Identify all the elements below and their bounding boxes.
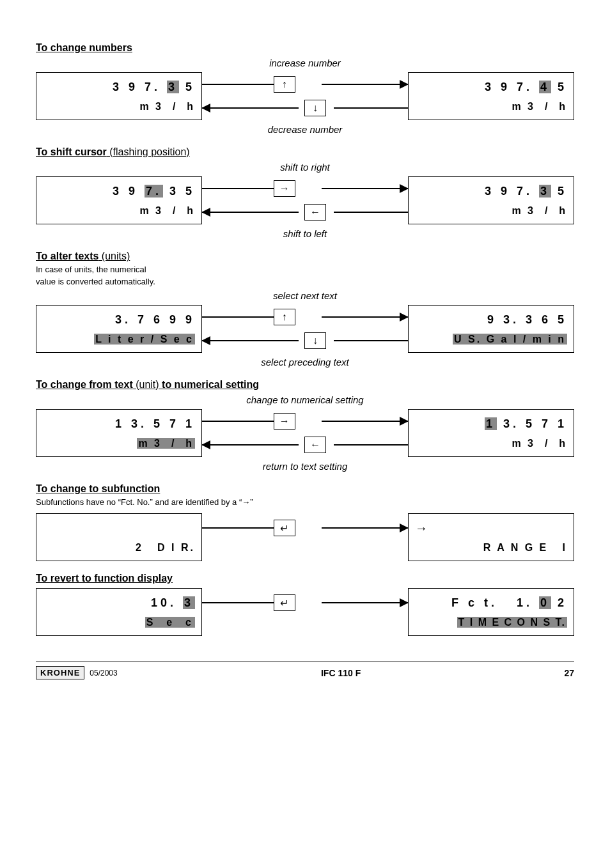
caption-next-text: select next text [36, 290, 574, 301]
brand-logo: KROHNE [36, 666, 84, 679]
heading-alter-texts: To alter texts (units) [36, 251, 574, 262]
display-left: 2 D I R. [36, 513, 202, 561]
txt: 2 [551, 596, 567, 609]
display-right: → R A N G E I [408, 513, 574, 561]
arrow-top: ↑ [202, 307, 408, 327]
arrowhead-right-icon [400, 184, 409, 193]
arrow-top: ↵ [202, 518, 408, 538]
footer-date: 05/2003 [90, 669, 117, 678]
enter-key[interactable]: ↵ [274, 520, 295, 536]
up-key[interactable]: ↑ [274, 76, 295, 93]
arrowhead-left-icon [201, 440, 210, 449]
down-key[interactable]: ↓ [304, 332, 326, 349]
txt: 3. 5 7 1 [497, 417, 567, 430]
line1: 3 9 7. 3 5 [485, 185, 567, 198]
line2: m 3 / h [512, 101, 567, 112]
txt: (units) [98, 251, 130, 261]
arrow-bottom: ↓ [202, 331, 408, 350]
line1-empty [189, 522, 195, 535]
note2: value is converted automatically. [36, 277, 574, 286]
arrow-bottom: ← [202, 203, 408, 222]
caption-shift-right: shift to right [36, 162, 574, 173]
arrows: ↵ [202, 588, 408, 636]
caption-prev-text: select preceding text [36, 357, 574, 368]
display-left: 3 9 7. 3 5 m 3 / h [36, 176, 202, 224]
line2: m 3 / h [139, 205, 195, 217]
caption-increase: increase number [36, 58, 574, 68]
arrowhead-left-icon [201, 208, 210, 217]
arrows: ↵ [202, 513, 408, 561]
display-right: 1 3. 5 7 1 m 3 / h [408, 409, 574, 457]
arrow-top: → [202, 179, 408, 198]
arrowhead-right-icon [400, 417, 409, 426]
line1: 3 9 7. 4 5 [485, 81, 567, 94]
arrowhead-right-icon [400, 523, 409, 532]
line1: 1 3. 5 7 1 [485, 417, 567, 431]
txt: To change from text [36, 379, 133, 390]
arrow-top: ↵ [202, 593, 408, 612]
txt: 3 9 7. [485, 185, 539, 198]
caption-to-text: return to text setting [36, 461, 574, 472]
down-key[interactable]: ↓ [304, 100, 326, 116]
func-text: T I M E C O N S T. [457, 617, 567, 628]
txt: F c t. 1. [451, 596, 539, 609]
line1: 3. 7 6 9 9 [115, 313, 195, 327]
arrowhead-left-icon [201, 104, 210, 112]
caption-shift-left: shift to left [36, 228, 574, 239]
txt: 5 [179, 81, 195, 93]
footer-title: IFC 110 F [118, 668, 565, 678]
txt: 3 5 [163, 185, 195, 198]
txt: (unit) [133, 379, 162, 390]
caption-to-num: change to numerical setting [36, 394, 574, 405]
display-left: 3 9 7. 3 5 m 3 / h [36, 72, 202, 120]
txt: 3 9 7. [485, 81, 539, 93]
arrowhead-right-icon [400, 598, 409, 607]
spacer [202, 541, 408, 560]
line1: 1 3. 5 7 1 [115, 417, 195, 431]
heading-subfunction: To change to subfunction [36, 483, 574, 495]
display-right: 3 9 7. 4 5 m 3 / h [408, 72, 574, 120]
txt: 10. [151, 596, 183, 609]
left-key[interactable]: ← [304, 204, 326, 221]
arrow-top: → [202, 412, 408, 431]
display-right: 3 9 7. 3 5 m 3 / h [408, 176, 574, 224]
row-alter-texts: 3. 7 6 9 9 L i t e r / S e c ↑ ↓ 9 3. 3 … [36, 305, 574, 353]
right-key[interactable]: → [274, 413, 295, 430]
display-left: 3. 7 6 9 9 L i t e r / S e c [36, 305, 202, 353]
note1: In case of units, the numerical [36, 265, 574, 274]
heading-text-to-num: To change from text (unit) to numerical … [36, 379, 574, 391]
arrow-top: ↑ [202, 75, 408, 94]
cursor-digit: 1 [485, 417, 497, 430]
line2: T I M E C O N S T. [457, 617, 567, 628]
left-key[interactable]: ← [304, 437, 326, 453]
arrows: → ← [202, 409, 408, 457]
row-change-numbers: 3 9 7. 3 5 m 3 / h ↑ ↓ 3 9 7. 4 5 m 3 / … [36, 72, 574, 120]
row-subfunction: 2 D I R. ↵ → R A N G E I [36, 513, 574, 561]
line2: m 3 / h [512, 438, 567, 449]
line1: 3 9 7. 3 5 [113, 81, 195, 94]
enter-key[interactable]: ↵ [274, 594, 295, 611]
heading-revert: To revert to function display [36, 573, 574, 584]
row-shift-cursor: 3 9 7. 3 5 m 3 / h → ← 3 9 7. 3 5 m 3 / … [36, 176, 574, 224]
unit-text: L i t e r / S e c [94, 334, 195, 345]
txt: 5 [551, 185, 567, 198]
txt: 5 [551, 81, 567, 93]
arrows: ↑ ↓ [202, 72, 408, 120]
row-text-to-num: 1 3. 5 7 1 m 3 / h → ← 1 3. 5 7 1 m 3 / … [36, 409, 574, 457]
arrowhead-right-icon [400, 80, 409, 89]
line1: 3 9 7. 3 5 [113, 185, 195, 198]
arrowhead-left-icon [201, 336, 210, 345]
line1: 9 3. 3 6 5 [487, 313, 567, 327]
heading-change-numbers: To change numbers [36, 42, 574, 54]
right-key[interactable]: → [274, 180, 295, 197]
txt: To alter texts [36, 251, 98, 261]
arrow-bottom: ← [202, 435, 408, 454]
row-revert: 10. 3 S e c ↵ F c t. 1. 0 2 T I M E C O … [36, 588, 574, 636]
txt: 3 9 [113, 185, 145, 198]
line2: L i t e r / S e c [94, 334, 195, 345]
arrowhead-right-icon [400, 313, 409, 322]
up-key[interactable]: ↑ [274, 309, 295, 325]
cursor-digit: 0 [539, 596, 551, 609]
line2: 2 D I R. [136, 542, 195, 554]
unit-text: m 3 / h [137, 438, 195, 449]
